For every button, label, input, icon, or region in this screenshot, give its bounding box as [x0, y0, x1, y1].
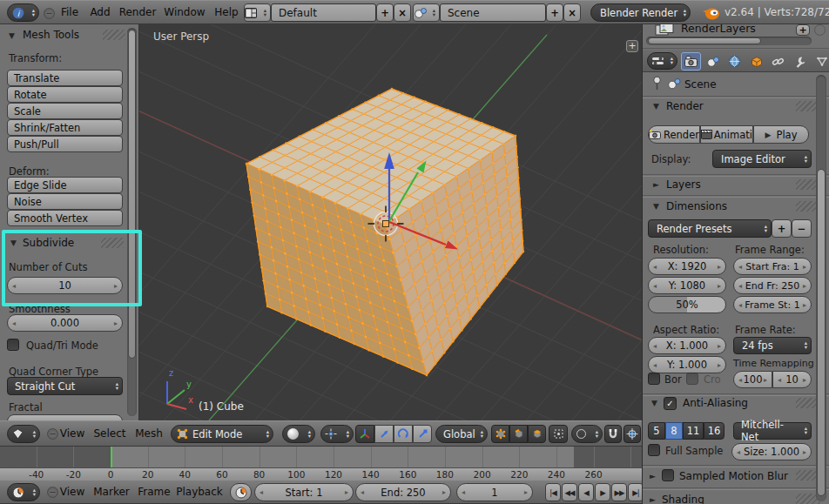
aa-filter-select[interactable]: Mitchell-Net ▴▾	[733, 422, 812, 440]
aa-samples-11-button[interactable]: 11	[683, 422, 704, 440]
translate-manipulator-button[interactable]	[374, 425, 394, 443]
scale-button[interactable]: Scale	[7, 103, 123, 119]
close-scene-button[interactable]: ×	[563, 3, 581, 22]
slider-right-arrow[interactable]: ▸	[442, 484, 446, 501]
limit-to-visible-button[interactable]	[549, 425, 568, 443]
slider-right-arrow[interactable]: ▸	[718, 259, 721, 274]
editor-type-selector[interactable]: ▴▾	[7, 483, 40, 501]
motion-blur-checkbox[interactable]	[662, 469, 674, 481]
vertex-select-mode-button[interactable]	[491, 425, 509, 443]
aa-samples-5-button[interactable]: 5	[648, 422, 665, 440]
tab-object[interactable]	[746, 52, 766, 71]
tab-modifiers[interactable]	[790, 52, 810, 71]
close-layout-button[interactable]: ×	[394, 3, 411, 22]
panel-collapse-icon[interactable]: ▼	[653, 102, 659, 111]
add-layout-button[interactable]: +	[376, 3, 394, 22]
menu-playback[interactable]: Playback	[173, 480, 226, 504]
panel-expand-icon[interactable]: ►	[650, 495, 656, 504]
screen-layout-field[interactable]: Default	[271, 3, 376, 22]
render-still-button[interactable]: Render	[648, 125, 700, 144]
timeline-frames-area[interactable]	[0, 447, 642, 467]
fractal-slider-partial[interactable]	[7, 414, 123, 420]
play-button[interactable]: ▶	[595, 483, 610, 501]
properties-scrollbar[interactable]	[816, 75, 826, 501]
slider-right-arrow[interactable]: ▸	[764, 372, 767, 387]
slider-right-arrow[interactable]: ▸	[718, 338, 721, 353]
slider-left-arrow[interactable]: ◂	[462, 484, 465, 501]
render-opengl-button[interactable]	[623, 425, 641, 443]
properties-scrollbar-thumb[interactable]	[817, 169, 826, 496]
screen-layout-icon-button[interactable]: ▴▾	[244, 3, 271, 22]
slider-left-arrow[interactable]: ◂	[737, 444, 740, 460]
tab-object-data[interactable]	[812, 52, 829, 71]
aspect-x-slider[interactable]: ◂X: 1.000▸	[648, 337, 726, 354]
end-frame-slider[interactable]: ◂ End: 250 ▸	[355, 483, 451, 501]
viewport-shading-select[interactable]: ▴▾	[282, 425, 315, 443]
slider-left-arrow[interactable]: ◂	[778, 372, 781, 387]
border-checkbox[interactable]	[648, 373, 660, 385]
play-reverse-button[interactable]: ◀	[578, 483, 594, 501]
add-render-layer-button[interactable]: +	[796, 24, 810, 36]
dimensions-panel-title[interactable]: Dimensions	[666, 200, 727, 212]
slider-left-arrow[interactable]: ◂	[653, 259, 657, 274]
manipulator-toggle-button[interactable]	[355, 425, 374, 443]
face-select-mode-button[interactable]	[528, 425, 546, 443]
tab-world[interactable]	[725, 52, 745, 71]
slider-right-arrow[interactable]: ▸	[345, 484, 348, 501]
render-layer-toggle[interactable]	[814, 24, 826, 36]
add-preset-button[interactable]: +	[772, 219, 792, 238]
slider-left-arrow[interactable]: ◂	[653, 338, 657, 353]
editor-type-selector[interactable]: ▴▾	[7, 425, 40, 443]
quad-corner-type-select[interactable]: Straight Cut ▴▾	[7, 377, 123, 395]
editor-type-selector[interactable]: i ▴▾	[7, 3, 39, 22]
slider-left-arrow[interactable]: ◂	[12, 315, 16, 331]
remap-old-slider[interactable]: ◂100▸	[733, 371, 772, 388]
expand-region-button[interactable]: +	[626, 40, 638, 52]
render-animation-button[interactable]: Animati	[700, 125, 753, 144]
viewport-3d[interactable]: User Persp + z y x (1) Cube	[139, 24, 642, 420]
slider-right-arrow[interactable]: ▸	[803, 278, 806, 293]
slider-left-arrow[interactable]: ◂	[738, 372, 742, 387]
shrink-fatten-button[interactable]: Shrink/Fatten	[7, 119, 123, 136]
menu-file[interactable]: File	[56, 1, 84, 24]
viewport-canvas[interactable]	[139, 24, 642, 420]
scene-selector-icon-button[interactable]: ▴▾	[413, 3, 440, 22]
noise-button[interactable]: Noise	[7, 193, 123, 210]
scale-manipulator-button[interactable]	[413, 425, 432, 443]
proportional-edit-select[interactable]: ▴▾	[571, 425, 603, 443]
rotate-manipulator-button[interactable]	[394, 425, 413, 443]
aa-samples-16-button[interactable]: 16	[704, 422, 725, 440]
slider-left-arrow[interactable]: ◂	[361, 484, 364, 501]
anti-aliasing-checkbox[interactable]: ✓	[664, 397, 677, 410]
slider-left-arrow[interactable]: ◂	[738, 297, 742, 312]
timeline-ruler[interactable]: -40-200204060801001201401601802002202402…	[0, 467, 642, 480]
panel-collapse-icon[interactable]: ▼	[9, 31, 15, 40]
frame-end-slider[interactable]: ◂End Fr: 250▸	[733, 277, 812, 294]
menu-frame[interactable]: Frame	[135, 480, 173, 504]
menu-view[interactable]: View	[57, 480, 87, 504]
frame-step-slider[interactable]: ◂Frame St: 1▸	[733, 296, 812, 313]
slider-right-arrow[interactable]: ▸	[803, 372, 806, 387]
motion-blur-panel-title[interactable]: Sampled Motion Blur	[679, 470, 788, 482]
list-scrollbar-thumb[interactable]	[648, 37, 761, 44]
collapse-menus-icon[interactable]: −	[44, 8, 55, 19]
slider-left-arrow[interactable]: ◂	[259, 484, 263, 501]
current-frame-field[interactable]: ◂ 1 ▸	[456, 483, 533, 501]
push-pull-button[interactable]: Push/Pull	[7, 136, 123, 152]
resolution-x-slider[interactable]: ◂X: 1920▸	[648, 258, 726, 275]
snap-toggle-button[interactable]	[604, 425, 622, 443]
transform-orientation-select[interactable]: Global ▴▾	[435, 425, 488, 443]
smoothness-slider[interactable]: ◂ 0.000 ▸	[7, 314, 123, 332]
render-presets-select[interactable]: Render Presets ▴▾	[648, 219, 772, 238]
full-sample-checkbox[interactable]	[648, 444, 660, 456]
layers-panel-title[interactable]: Layers	[666, 178, 701, 191]
jump-to-start-button[interactable]: |◀	[545, 483, 561, 501]
panel-expand-icon[interactable]: ►	[653, 180, 659, 189]
aa-size-slider[interactable]: ◂Size: 1.000▸	[731, 443, 812, 460]
resolution-y-slider[interactable]: ◂Y: 1080▸	[648, 277, 726, 294]
smooth-vertex-button[interactable]: Smooth Vertex	[7, 210, 123, 226]
tool-shelf-scrollbar-thumb[interactable]	[128, 30, 136, 359]
render-layers-list-item[interactable]: RenderLayers	[681, 24, 756, 35]
resolution-percentage-slider[interactable]: 50%	[648, 296, 726, 313]
render-engine-select[interactable]: Blender Render ▴▾	[590, 3, 691, 22]
